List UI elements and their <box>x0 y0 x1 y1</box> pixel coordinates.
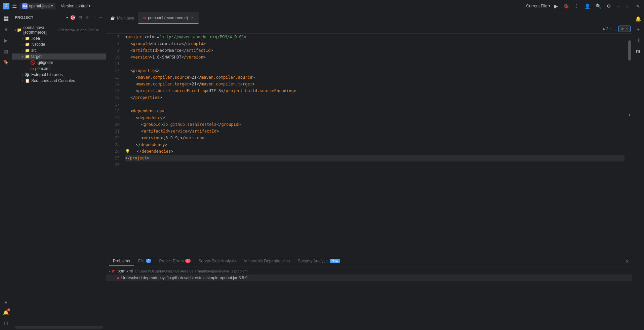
tree-item-scratches[interactable]: › 📋 Scratches and Consoles <box>12 78 106 84</box>
search-button[interactable]: 🔍 <box>594 3 603 9</box>
code-content[interactable]: <project xmlns="http://maven.apache.org/… <box>122 34 627 256</box>
title-bar-right: Current File ▾ ▶ 🐞 ⋮ 👤 🔍 ⚙ ─ □ ✕ <box>526 3 641 9</box>
panel-tab-security[interactable]: Security Analysis New <box>294 256 344 266</box>
panel-tab-file[interactable]: File 2 <box>134 256 155 266</box>
maven-right-icon[interactable]: m <box>634 46 643 56</box>
panel-tab-problems[interactable]: Problems <box>109 256 134 266</box>
close-button[interactable]: ✕ <box>634 3 641 9</box>
minimize-button[interactable]: ─ <box>615 3 622 9</box>
panel-group-pom[interactable]: ▾ m pom.xml C:\Users\Usuario\OneDrive\Ár… <box>106 268 632 274</box>
line-num-12: 12 <box>106 67 120 74</box>
line-num-22: 22 <box>106 135 120 141</box>
scrollbar-track[interactable] <box>627 34 632 256</box>
activity-problems-icon[interactable]: ▲ <box>1 297 11 306</box>
pom-tab-close-icon[interactable]: ✕ <box>190 15 194 20</box>
tab-main-java[interactable]: ☕ Main.java <box>106 12 138 24</box>
version-control-selector[interactable]: Version control ▾ <box>61 4 90 8</box>
line-num-20: 20 <box>106 121 120 128</box>
more-button[interactable]: ⋮ <box>573 3 580 9</box>
line-num-14: 14 <box>106 81 120 87</box>
root-folder-icon: 📁 <box>17 28 22 32</box>
panel-content: ▾ m pom.xml C:\Users\Usuario\OneDrive\Ár… <box>106 266 632 330</box>
tree-item-gitignore[interactable]: 🚫 .gitignore <box>12 60 106 66</box>
idea-label: .idea <box>31 36 40 41</box>
tree-root-item[interactable]: ▾ 📁 openai-java [ecommerce] C:\Users\Usu… <box>12 25 106 35</box>
collapse-all-button[interactable]: ⊟ <box>78 14 83 21</box>
activity-structure-icon[interactable]: ▤ <box>1 46 11 56</box>
line-num-23: 23 <box>106 141 120 148</box>
code-line-22: <version>[3.9.9]</version> <box>125 135 625 141</box>
tree-item-vscode[interactable]: › 📁 .vscode <box>12 41 106 47</box>
app-icon: IJ <box>3 3 9 9</box>
db-icon[interactable]: 🗄 <box>634 36 643 45</box>
code-line-8: <groupId>br.com.alura</groupId> <box>125 40 625 47</box>
code-line-26 <box>125 161 625 168</box>
sidebar-scrollbar[interactable] <box>15 326 103 329</box>
tree-item-target[interactable]: ▾ 📁 target <box>12 53 106 60</box>
scroll-down-button[interactable]: ↓ <box>613 26 618 32</box>
pom-tab-label: pom.xml (ecommerce) <box>148 15 188 20</box>
ext-libs-arrow-icon: › <box>20 73 25 77</box>
tree-item-pom[interactable]: m pom.xml <box>12 66 106 72</box>
sidebar-header: Project ▾ 🎯 ⊟ ✕ ⋮ ─ <box>12 12 106 23</box>
sidebar-more-button[interactable]: ⋮ <box>91 14 97 21</box>
close-sidebar-button[interactable]: ✕ <box>84 14 90 21</box>
current-file-selector[interactable]: Current File ▾ <box>526 4 551 8</box>
project-tree: ▾ 📁 openai-java [ecommerce] C:\Users\Usu… <box>12 23 106 325</box>
code-line-21: <artifactId>service</artifactId> <box>125 128 625 135</box>
line-num-7: 7 <box>106 34 120 40</box>
code-line-12: <properties> <box>125 67 625 74</box>
idea-folder-icon: 📁 <box>25 36 30 41</box>
problems-panel: Problems File 2 Project Errors 1 Server-… <box>106 256 632 330</box>
panel-tab-server-side[interactable]: Server-Side Analysis <box>195 256 240 266</box>
activity-commits-icon[interactable] <box>1 25 11 34</box>
panel-tab-project-errors[interactable]: Project Errors 1 <box>155 256 195 266</box>
notifications-right-icon[interactable]: 🔔 <box>634 14 643 24</box>
tree-item-ext-libs[interactable]: › 📚 External Libraries <box>12 72 106 78</box>
code-editor[interactable]: 7 8 9 10 11 12 13 14 15 16 17 18 19 20 2… <box>106 34 632 256</box>
vscode-folder-icon: 📁 <box>25 42 30 47</box>
line-num-9: 9 <box>106 47 120 54</box>
code-line-23: </dependency> <box>125 141 625 148</box>
line-num-15: 15 <box>106 87 120 94</box>
current-file-label: Current File <box>526 4 548 8</box>
hamburger-icon[interactable]: ☰ <box>12 3 17 9</box>
project-selector[interactable]: OJ openai-java ▾ <box>19 3 55 9</box>
code-line-15: <project.build.sourceEncoding>UTF-8</pro… <box>125 87 625 94</box>
tree-item-src[interactable]: › 📁 src <box>12 47 106 53</box>
project-errors-tab-label: Project Errors <box>159 259 184 263</box>
profile-button[interactable]: 👤 <box>583 3 592 9</box>
panel-error-item[interactable]: ● Unresolved dependency: 'io.github.sash… <box>106 274 632 281</box>
tree-item-idea[interactable]: › 📁 .idea <box>12 35 106 41</box>
gitignore-label: .gitignore <box>37 60 53 65</box>
group-maven-icon: m <box>112 269 116 273</box>
settings-button[interactable]: ⚙ <box>605 3 612 9</box>
project-name: openai-java <box>29 4 50 8</box>
code-line-16: </properties> <box>125 94 625 101</box>
scrollbar-thumb[interactable] <box>628 40 631 61</box>
tab-pom-xml[interactable]: m pom.xml (ecommerce) ✕ <box>138 12 198 24</box>
panel-tab-vulnerable[interactable]: Vulnerable Dependencies <box>240 256 294 266</box>
activity-notifications-icon[interactable]: 🔔 <box>1 308 11 317</box>
maximize-button[interactable]: □ <box>625 3 631 9</box>
hint-icon: 💡 <box>125 148 130 155</box>
vscode-arrow-icon: › <box>20 43 25 46</box>
scroll-up-button[interactable]: ↑ <box>608 26 613 32</box>
activity-bookmarks-icon[interactable]: 🔖 <box>1 57 11 67</box>
file-tab-badge: 2 <box>146 259 151 263</box>
svg-rect-2 <box>4 19 6 21</box>
main-java-tab-icon: ☕ <box>110 16 115 20</box>
activity-run-icon[interactable]: ▶ <box>1 36 11 45</box>
sidebar-minimize-button[interactable]: ─ <box>98 14 103 21</box>
activity-project-icon[interactable] <box>1 14 11 24</box>
rename-close-icon[interactable]: ✕ <box>625 27 628 31</box>
run-button[interactable]: ▶ <box>553 3 559 9</box>
panel-close-button[interactable]: ✕ <box>625 259 629 264</box>
locate-file-button[interactable]: 🎯 <box>69 14 76 21</box>
activity-plugins-icon[interactable]: ⬡ <box>1 319 11 328</box>
code-line-9: <artifactId>ecommerce</artifactId> <box>125 47 625 54</box>
ai-assistant-icon[interactable]: ✦ <box>634 25 643 34</box>
editor-scrollbar[interactable] <box>627 34 632 256</box>
line-num-25: 25 <box>106 155 120 161</box>
debug-button[interactable]: 🐞 <box>562 3 570 9</box>
